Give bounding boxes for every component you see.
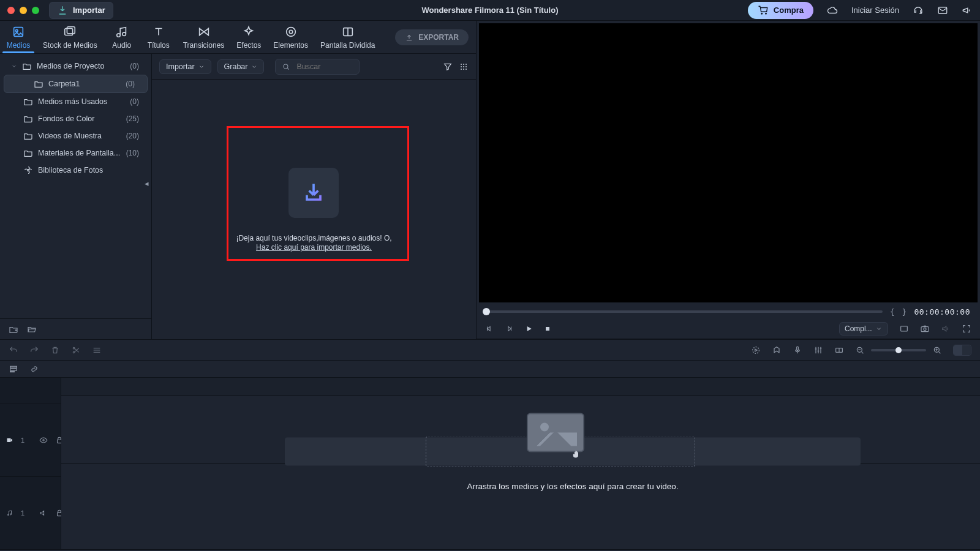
svg-point-10 (461, 64, 462, 65)
close-window-icon[interactable] (7, 7, 15, 14)
play-icon[interactable] (524, 324, 533, 333)
tab-titles[interactable]: Títulos (140, 21, 177, 53)
media-dropzone-wrap: ¡Deja aquí tus videoclips,imágenes o aud… (152, 80, 476, 339)
tab-media[interactable]: Medios (0, 21, 37, 53)
tree-item-color-backgrounds[interactable]: Fondos de Color (25) (0, 110, 151, 127)
next-frame-icon[interactable] (505, 324, 513, 333)
preview-timecode: 00:00:00:00 (914, 307, 970, 317)
link-icon[interactable] (29, 364, 39, 374)
tree-label: Videos de Muestra (38, 132, 102, 140)
tab-audio[interactable]: Audio (104, 21, 140, 53)
search-input-wrap[interactable] (275, 59, 360, 75)
grid-view-icon[interactable] (459, 62, 469, 72)
tab-effects[interactable]: Efectos (230, 21, 267, 53)
mark-in-icon[interactable]: { (890, 307, 895, 317)
audio-mixer-icon[interactable] (813, 345, 823, 355)
zoom-out-icon[interactable] (855, 345, 865, 355)
tab-stock[interactable]: Stock de Medios (37, 21, 104, 53)
svg-point-2 (15, 29, 18, 32)
minimize-window-icon[interactable] (20, 7, 27, 14)
fullscreen-icon[interactable] (962, 324, 971, 334)
chevron-down-icon (251, 64, 257, 70)
svg-rect-31 (10, 369, 17, 370)
adjust-icon[interactable] (92, 345, 102, 355)
zoom-in-icon[interactable] (932, 345, 942, 355)
zoom-slider[interactable] (871, 349, 926, 351)
audio-icon (115, 25, 129, 39)
import-button[interactable]: Importar (49, 2, 113, 19)
preview-scrubber-head[interactable] (483, 308, 490, 315)
svg-rect-33 (7, 438, 11, 442)
svg-point-13 (461, 66, 462, 67)
timeline-view-toggle[interactable] (953, 345, 971, 356)
cloud-icon[interactable] (827, 5, 838, 16)
tree-item-green-screen[interactable]: Materiales de Pantalla... (10) (0, 144, 151, 162)
tree-label: Medios de Proyecto (37, 62, 104, 70)
window-traffic-lights (7, 7, 39, 14)
tree-footer (0, 318, 151, 339)
volume-icon[interactable] (941, 324, 951, 334)
tab-elements[interactable]: Elementos (267, 21, 314, 53)
mark-out-icon[interactable]: } (902, 307, 907, 317)
delete-icon[interactable] (50, 345, 60, 355)
export-button[interactable]: EXPORTAR (395, 29, 469, 45)
callout-highlight (227, 126, 409, 261)
window-title: Wondershare Filmora 11 (Sin Título) (422, 6, 559, 15)
import-dropdown[interactable]: Importar (159, 59, 211, 74)
eye-icon[interactable] (39, 436, 48, 444)
tab-transitions[interactable]: Transiciones (177, 21, 231, 53)
fit-screen-icon[interactable] (899, 324, 909, 334)
preview-quality-dropdown[interactable]: Compl... (839, 322, 888, 335)
render-icon[interactable] (751, 345, 761, 355)
tree-item-most-used[interactable]: Medios más Usados (0) (0, 93, 151, 110)
marker-icon[interactable] (772, 345, 782, 355)
svg-rect-32 (10, 371, 15, 372)
timeline-ruler[interactable] (61, 378, 980, 396)
timeline-panel: 1 1 (0, 339, 980, 550)
filter-icon[interactable] (443, 62, 453, 72)
svg-point-17 (463, 69, 464, 70)
tree-count: (0) (130, 62, 145, 70)
svg-rect-20 (901, 326, 908, 331)
tree-item-folder1[interactable]: Carpeta1 (0) (4, 75, 148, 93)
import-down-icon (57, 5, 68, 16)
voiceover-mic-icon[interactable] (793, 345, 802, 355)
track-manager-icon[interactable] (9, 364, 18, 374)
collapse-tree-icon[interactable]: ◂ (142, 176, 151, 190)
prev-frame-icon[interactable] (485, 324, 494, 333)
tab-split[interactable]: Pantalla Dividida (314, 21, 381, 53)
track-header-audio[interactable]: 1 (0, 477, 61, 550)
notification-megaphone-icon[interactable] (962, 5, 973, 16)
tab-label: Medios (7, 41, 31, 50)
stop-icon[interactable] (544, 325, 551, 332)
folder-open-icon[interactable] (27, 324, 37, 334)
effects-icon (242, 25, 255, 39)
track-header-video[interactable]: 1 (0, 403, 61, 476)
keyframe-icon[interactable] (834, 345, 844, 355)
tree-item-photo-library[interactable]: Biblioteca de Fotos (0, 162, 151, 179)
timeline-drop-hint: Arrastra los medios y los efectos aquí p… (239, 437, 907, 490)
message-icon[interactable] (937, 5, 948, 16)
mute-icon[interactable] (39, 509, 48, 517)
timeline-track-area[interactable]: Arrastra los medios y los efectos aquí p… (61, 378, 980, 550)
timeline-zoom (855, 345, 942, 355)
preview-scrubber[interactable] (486, 310, 883, 313)
tree-item-project-media[interactable]: Medios de Proyecto (0) (0, 58, 151, 75)
tree-item-sample-videos[interactable]: Videos de Muestra (20) (0, 127, 151, 144)
flower-icon (23, 165, 33, 175)
login-link[interactable]: Iniciar Sesión (851, 6, 899, 15)
record-dropdown[interactable]: Grabar (217, 59, 265, 74)
split-clip-icon[interactable] (71, 345, 81, 355)
undo-icon[interactable] (9, 345, 18, 355)
zoom-slider-head[interactable] (895, 347, 902, 353)
new-folder-icon[interactable] (9, 324, 18, 334)
redo-icon[interactable] (29, 345, 39, 355)
support-headset-icon[interactable] (913, 5, 924, 16)
search-input[interactable] (295, 62, 353, 72)
preview-canvas[interactable] (479, 23, 978, 302)
cart-icon (758, 5, 769, 16)
snapshot-icon[interactable] (920, 324, 930, 334)
maximize-window-icon[interactable] (32, 7, 39, 14)
svg-rect-21 (921, 326, 929, 331)
buy-button[interactable]: Compra (748, 2, 813, 19)
